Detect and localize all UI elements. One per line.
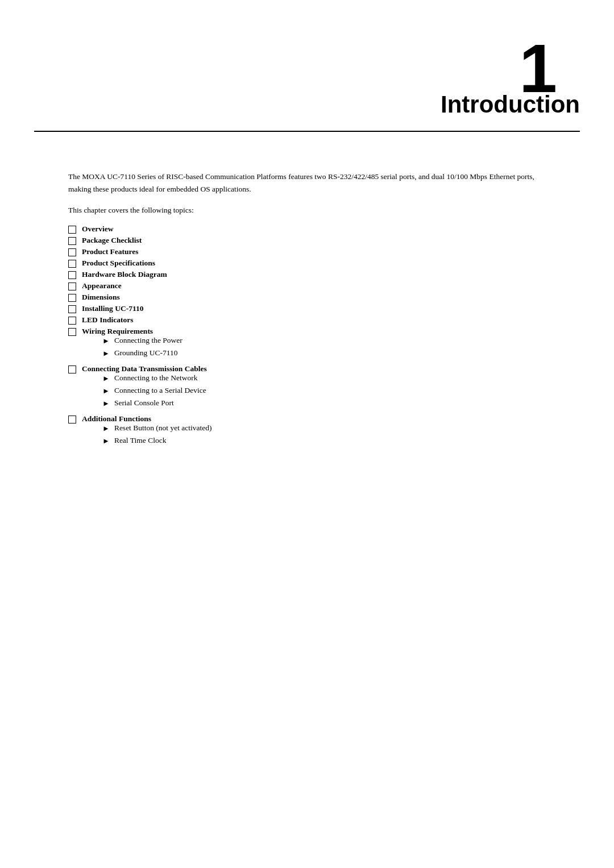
sub-item-connecting-data-transmission-cables-2: ► Serial Console Port [68, 398, 206, 408]
checkbox-icon-additional-functions [68, 416, 76, 423]
sub-list-wiring-requirements: ► Connecting the Power ► Grounding UC-71… [68, 336, 182, 361]
checkbox-icon-appearance [68, 283, 76, 290]
checkbox-icon-hardware-block-diagram [68, 271, 76, 279]
chapter-title: Introduction [441, 91, 580, 118]
sub-item-wiring-requirements-1: ► Grounding UC-7110 [68, 348, 182, 358]
topic-item-overview: Overview [68, 225, 546, 234]
sub-item-additional-functions-1: ► Real Time Clock [68, 436, 212, 446]
sub-item-label: Reset Button (not yet activated) [114, 423, 212, 433]
intro-paragraph: The MOXA UC-7110 Series of RISC-based Co… [68, 171, 546, 195]
sub-item-label: Connecting to a Serial Device [114, 386, 206, 395]
sub-item-label: Connecting to the Network [114, 373, 198, 383]
topic-label-additional-functions: Additional Functions [82, 414, 151, 423]
topic-item-wiring-requirements: Wiring Requirements ► Connecting the Pow… [68, 327, 546, 363]
topic-label-overview: Overview [82, 225, 113, 234]
checkbox-icon-package-checklist [68, 237, 76, 245]
topic-label-wiring-requirements: Wiring Requirements [82, 327, 153, 336]
sub-item-label: Connecting the Power [114, 336, 182, 345]
arrow-icon: ► [102, 337, 110, 346]
sub-item-wiring-requirements-0: ► Connecting the Power [68, 336, 182, 346]
sub-item-additional-functions-0: ► Reset Button (not yet activated) [68, 423, 212, 433]
sub-list-additional-functions: ► Reset Button (not yet activated) ► Rea… [68, 423, 212, 448]
topic-item-additional-functions: Additional Functions ► Reset Button (not… [68, 414, 546, 451]
topic-item-product-features: Product Features [68, 247, 546, 256]
arrow-icon: ► [102, 349, 110, 358]
main-content: The MOXA UC-7110 Series of RISC-based Co… [68, 171, 546, 452]
topic-label-package-checklist: Package Checklist [82, 236, 142, 245]
arrow-icon: ► [102, 387, 110, 396]
topic-label-hardware-block-diagram: Hardware Block Diagram [82, 270, 167, 279]
checkbox-icon-led-indicators [68, 317, 76, 325]
topic-item-led-indicators: LED Indicators [68, 315, 546, 325]
topic-item-connecting-data-transmission-cables: Connecting Data Transmission Cables ► Co… [68, 364, 546, 413]
topics-list: Overview Package Checklist Product Featu… [68, 225, 546, 451]
sub-item-connecting-data-transmission-cables-0: ► Connecting to the Network [68, 373, 206, 383]
topic-label-installing-uc-7110: Installing UC-7110 [82, 304, 143, 313]
topic-label-product-features: Product Features [82, 247, 139, 256]
checkbox-icon-connecting-data-transmission-cables [68, 366, 76, 373]
page: 1 Introduction The MOXA UC-7110 Series o… [0, 0, 614, 868]
checkbox-icon-product-features [68, 248, 76, 256]
arrow-icon: ► [102, 437, 110, 446]
topic-item-package-checklist: Package Checklist [68, 236, 546, 245]
checkbox-icon-wiring-requirements [68, 328, 76, 336]
checkbox-icon-dimensions [68, 294, 76, 302]
topic-label-led-indicators: LED Indicators [82, 315, 133, 325]
topic-label-dimensions: Dimensions [82, 293, 120, 302]
topic-item-dimensions: Dimensions [68, 293, 546, 302]
arrow-icon: ► [102, 374, 110, 383]
sub-list-connecting-data-transmission-cables: ► Connecting to the Network ► Connecting… [68, 373, 206, 411]
topic-label-appearance: Appearance [82, 281, 122, 290]
topic-label-product-specifications: Product Specifications [82, 259, 155, 268]
title-rule [34, 131, 580, 132]
topic-item-product-specifications: Product Specifications [68, 259, 546, 268]
topic-item-hardware-block-diagram: Hardware Block Diagram [68, 270, 546, 279]
sub-item-label: Serial Console Port [114, 398, 174, 408]
sub-item-connecting-data-transmission-cables-1: ► Connecting to a Serial Device [68, 386, 206, 396]
arrow-icon: ► [102, 424, 110, 433]
arrow-icon: ► [102, 399, 110, 408]
checkbox-icon-installing-uc-7110 [68, 305, 76, 313]
topic-label-connecting-data-transmission-cables: Connecting Data Transmission Cables [82, 364, 207, 373]
topic-item-appearance: Appearance [68, 281, 546, 290]
checkbox-icon-overview [68, 226, 76, 234]
chapter-covers-text: This chapter covers the following topics… [68, 204, 546, 217]
sub-item-label: Grounding UC-7110 [114, 348, 178, 358]
sub-item-label: Real Time Clock [114, 436, 167, 445]
checkbox-icon-product-specifications [68, 260, 76, 268]
topic-item-installing-uc-7110: Installing UC-7110 [68, 304, 546, 313]
